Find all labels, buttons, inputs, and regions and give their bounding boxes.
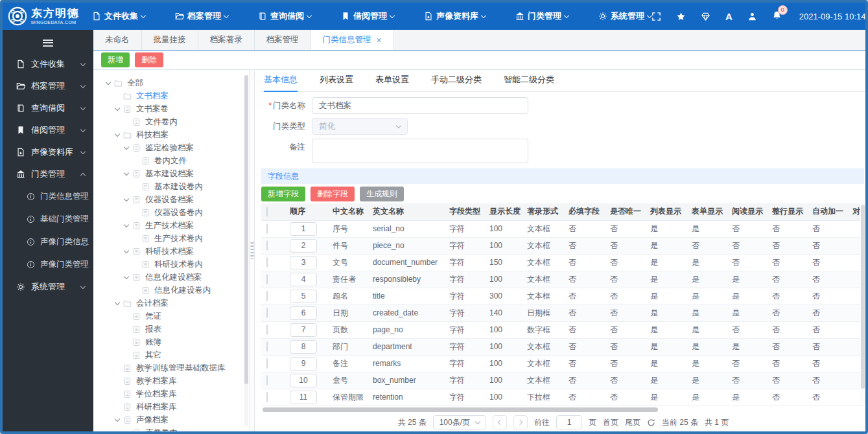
sidebar-subitem[interactable]: 声像门类管理 xyxy=(3,253,93,276)
tree-item[interactable]: 生产技术卷内 xyxy=(93,232,249,245)
tree-scrollbar[interactable] xyxy=(244,75,248,426)
sidebar-item[interactable]: 档案管理 xyxy=(3,75,93,97)
category-name-input[interactable] xyxy=(312,97,528,114)
font-size-icon[interactable]: A xyxy=(725,11,733,22)
tree-item[interactable]: 学位档案库 xyxy=(93,387,249,400)
sidebar-subitem[interactable]: 基础门类管理 xyxy=(3,208,93,231)
topbar-menu-item[interactable]: 声像资料库 xyxy=(424,10,486,22)
tab-item[interactable]: 档案管理 xyxy=(255,30,311,50)
order-input[interactable]: 2 xyxy=(290,239,317,253)
tab-active[interactable]: 门类信息管理× xyxy=(311,30,394,50)
row-checkbox[interactable] xyxy=(266,223,268,234)
chevron-down-icon[interactable] xyxy=(113,104,122,113)
tree-item[interactable]: 鉴定检验档案 xyxy=(93,141,249,154)
row-checkbox[interactable] xyxy=(266,358,268,369)
tree-item[interactable]: 声像卷内 xyxy=(93,426,249,431)
generate-rule-button[interactable]: 生成规则 xyxy=(360,187,404,201)
chevron-down-icon[interactable] xyxy=(122,221,131,230)
chevron-down-icon[interactable] xyxy=(122,195,131,204)
tree-item[interactable]: 信息化建设卷内 xyxy=(93,284,249,297)
detail-tab[interactable]: 手动二级分类 xyxy=(431,74,482,91)
chevron-down-icon[interactable] xyxy=(122,169,131,178)
detail-tab[interactable]: 列表设置 xyxy=(320,74,353,91)
tree-item[interactable]: 科技档案 xyxy=(93,128,249,141)
tree-item[interactable]: 基本建设档案 xyxy=(93,167,249,180)
tree-item[interactable]: 其它 xyxy=(93,348,249,361)
row-checkbox[interactable] xyxy=(266,274,268,284)
tree-item[interactable]: 科研技术档案 xyxy=(93,245,249,258)
chevron-down-icon[interactable] xyxy=(122,273,131,282)
row-checkbox[interactable] xyxy=(266,325,268,335)
page-size-select[interactable]: 100条/页 xyxy=(433,415,486,429)
tree-item[interactable]: 仪器设备档案 xyxy=(93,193,249,206)
topbar-menu-item[interactable]: 文件收集 xyxy=(92,10,145,22)
order-input[interactable]: 6 xyxy=(290,306,317,320)
tree-item[interactable]: 生产技术档案 xyxy=(93,219,249,232)
notification-bell-icon[interactable]: 0 xyxy=(772,10,782,23)
goto-page-input[interactable] xyxy=(556,415,582,429)
sidebar-collapse-button[interactable] xyxy=(3,32,93,53)
last-page-link[interactable]: 尾页 xyxy=(625,417,640,428)
topbar-menu-item[interactable]: 查询借阅 xyxy=(258,10,311,22)
sidebar-item[interactable]: 门类管理 xyxy=(3,163,93,185)
add-button[interactable]: 新增 xyxy=(101,52,130,67)
chevron-down-icon[interactable] xyxy=(113,415,122,424)
row-checkbox[interactable] xyxy=(266,341,268,352)
order-input[interactable]: 3 xyxy=(290,256,317,269)
sidebar-item[interactable]: 查询借阅 xyxy=(3,97,93,119)
select-all-checkbox[interactable] xyxy=(266,207,268,217)
tree-item[interactable]: 教学训练管理基础数据库 xyxy=(93,361,249,374)
favorite-star-icon[interactable] xyxy=(676,12,686,21)
refresh-icon[interactable] xyxy=(647,418,655,427)
table-horizontal-scrollbar[interactable] xyxy=(261,407,860,413)
row-checkbox[interactable] xyxy=(266,308,268,318)
sidebar-item[interactable]: 声像资料库 xyxy=(3,141,93,163)
order-input[interactable]: 8 xyxy=(290,340,317,354)
tree-item[interactable]: 凭证 xyxy=(93,310,249,323)
detail-tab[interactable]: 智能二级分类 xyxy=(504,74,554,91)
table-vertical-scrollbar[interactable] xyxy=(860,203,865,404)
tree-item[interactable]: 全部 xyxy=(93,76,249,89)
tree-item[interactable]: 基本建设卷内 xyxy=(93,180,249,193)
tab-item[interactable]: 批量挂接 xyxy=(142,30,198,50)
chevron-down-icon[interactable] xyxy=(122,143,131,152)
sidebar-item[interactable]: 系统管理 xyxy=(3,276,93,298)
tree-item[interactable]: 会计档案 xyxy=(93,297,249,310)
order-input[interactable]: 9 xyxy=(290,357,317,371)
topbar-menu-item[interactable]: 档案管理 xyxy=(175,10,228,22)
order-input[interactable]: 11 xyxy=(290,391,317,404)
add-field-button[interactable]: 新增字段 xyxy=(261,187,305,201)
row-checkbox[interactable] xyxy=(266,291,268,301)
order-input[interactable]: 5 xyxy=(290,290,317,303)
order-input[interactable]: 10 xyxy=(290,374,317,387)
tree-item[interactable]: 卷内文件 xyxy=(93,154,249,167)
sidebar-item[interactable]: 借阅管理 xyxy=(3,119,93,141)
topbar-menu-item[interactable]: 门类管理 xyxy=(515,10,569,22)
row-checkbox[interactable] xyxy=(266,392,268,402)
tab-item[interactable]: 未命名 xyxy=(93,30,142,50)
gem-icon[interactable] xyxy=(701,12,710,21)
row-checkbox[interactable] xyxy=(266,375,268,385)
order-input[interactable]: 1 xyxy=(290,222,317,236)
next-page-button[interactable] xyxy=(513,415,528,429)
sidebar-item[interactable]: 文件收集 xyxy=(3,53,93,75)
delete-field-button[interactable]: 删除字段 xyxy=(311,187,355,201)
tree-item[interactable]: 科研技术卷内 xyxy=(93,258,249,271)
remark-textarea[interactable] xyxy=(312,139,528,163)
row-checkbox[interactable] xyxy=(266,240,268,251)
user-icon[interactable] xyxy=(747,12,757,21)
sidebar-subitem[interactable]: 声像门类信息 xyxy=(3,231,93,253)
tree-item[interactable]: 文书案卷 xyxy=(93,102,249,115)
delete-button[interactable]: 删除 xyxy=(135,52,163,67)
chevron-down-icon[interactable] xyxy=(113,130,122,139)
close-icon[interactable]: × xyxy=(377,36,382,45)
detail-tab[interactable]: 基本信息 xyxy=(264,74,298,91)
prev-page-button[interactable] xyxy=(493,415,507,429)
tree-item[interactable]: 科研档案库 xyxy=(93,400,249,413)
order-input[interactable]: 4 xyxy=(290,273,317,286)
order-input[interactable]: 7 xyxy=(290,323,317,337)
tab-item[interactable]: 档案著录 xyxy=(198,30,255,50)
chevron-down-icon[interactable] xyxy=(122,247,131,256)
first-page-link[interactable]: 首页 xyxy=(603,417,618,428)
detail-tab[interactable]: 表单设置 xyxy=(375,74,409,91)
